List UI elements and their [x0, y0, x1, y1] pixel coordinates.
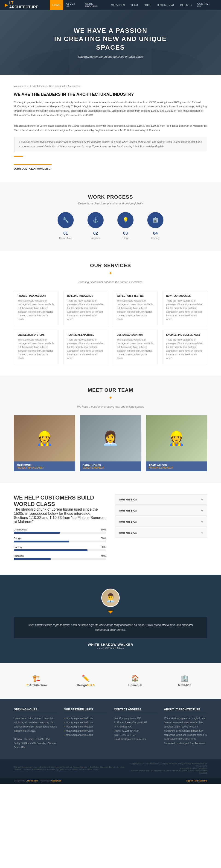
services-title: OUR SERVICES — [14, 262, 207, 269]
service-text-1: There are many variations of passages of… — [18, 299, 55, 321]
footer-company: Your Company Name JSC — [114, 716, 157, 720]
client-logo-1: 🏗️ LT Architecture — [23, 672, 49, 689]
intro-para2: The standard chunk of Lorem Ipsum used s… — [14, 124, 207, 132]
nav-contact[interactable]: CONTACT US — [194, 0, 216, 10]
client-logo-2: ✏️ DesignBUILD — [75, 672, 97, 689]
nav-skill[interactable]: SKILL — [141, 0, 153, 10]
team-photo-3: 👷 — [146, 415, 207, 461]
nav-clients[interactable]: CLIENTS — [178, 0, 194, 10]
process-step-2: ⚓ 02 Irrigation — [87, 212, 104, 240]
service-title-8: ENGINEERING CONSULTANCY — [166, 334, 203, 336]
accordion-plus-3: + — [201, 520, 203, 524]
service-text-3: There are many variations of passages of… — [117, 299, 154, 321]
accordion-header-4[interactable]: OUR MISSION + — [115, 528, 207, 537]
skills-section: WE HELP CUSTOMERS BUILD WORLD CLASS The … — [0, 483, 221, 575]
client-icon-4: 🏢 — [178, 675, 191, 682]
footer-fax: Fax: +1 223 334 4534 — [114, 733, 157, 737]
services-subtitle: Creating places that enhance the human e… — [14, 281, 207, 284]
footer-col-links: Our Partner Links http://yourpartnerlink… — [64, 708, 107, 750]
footer-hours-schedule: Monday - Thursday: 5:30AM - 6PM Friday: … — [14, 737, 57, 750]
service-card-5: ENGINEERED SYSTEMS There are many variat… — [14, 330, 59, 364]
intro-divider — [14, 156, 23, 157]
clients-grid: 🏗️ LT Architecture ✏️ DesignBUILD 🏠 Home… — [14, 672, 207, 689]
accordion-plus-1: + — [201, 497, 203, 502]
nav-about[interactable]: ABOUT US — [63, 0, 82, 10]
testimonial-box: Anim pariatur cliche reprehenderit, enim… — [14, 617, 207, 638]
nav-links: HOME ABOUT US WORK PROCESS SERVICES TEAM… — [50, 0, 216, 10]
client-icon-3: 🏠 — [128, 675, 142, 682]
service-text-5: There are many variations of passages of… — [18, 338, 55, 360]
footer-contact-title: Contact Address — [114, 708, 157, 713]
accordion-item-3[interactable]: OUR MISSION + — [115, 517, 207, 527]
testimonial-inner: 👨‍💼 Anim pariatur cliche reprehenderit, … — [14, 589, 207, 649]
nav-home[interactable]: HOME — [50, 0, 63, 10]
services-icon: ✦ — [14, 271, 207, 276]
footer-link-5[interactable]: http://yourpartnerlink5.com — [64, 733, 107, 737]
service-text-4: There are many variations of passages of… — [166, 299, 203, 321]
process-num-1: 01 — [58, 231, 74, 236]
skills-para: The standard chunk of Lorem Ipsum used s… — [14, 507, 106, 524]
skill-track-bridge — [14, 540, 106, 542]
footer-hours-text: Lorem ipsum dolor sit amet, consectetur … — [14, 716, 57, 733]
footer-links-title: Our Partner Links — [64, 708, 107, 713]
skill-fill-bridge — [14, 540, 69, 542]
footer-col-contact: Contact Address Your Company Name JSC 11… — [114, 708, 157, 750]
service-card-8: ENGINEERING CONSULTANCY There are many v… — [162, 330, 207, 364]
process-icon-4: 🏛️ — [147, 212, 163, 228]
skills-heading: WE HELP CUSTOMERS BUILD WORLD CLASS — [14, 494, 106, 507]
accordion-item-2[interactable]: OUR MISSION + — [115, 505, 207, 516]
footer-hours-title: Opening Hours — [14, 708, 57, 713]
service-text-2: There are many variations of passages of… — [67, 299, 104, 321]
nav-work-process[interactable]: WORK PROCESS — [82, 0, 108, 10]
footer-link-2[interactable]: http://yourpartnerlink2.com — [64, 720, 107, 725]
accordion-title-3: OUR MISSION — [119, 520, 137, 523]
services-grid: PROJECT MANAGEMENT There are many variat… — [14, 291, 207, 364]
skill-track-irrigation — [14, 558, 106, 560]
footer-link-1[interactable]: http://yourpartnerlink1.com — [64, 716, 107, 720]
footer-link-3[interactable]: http://yourpartnerlink3.com — [64, 725, 107, 729]
service-card-6: TECHNICAL EXPERTISE There are many varia… — [63, 330, 108, 364]
service-text-6: There are many variations of passages of… — [67, 338, 104, 360]
client-icon-1: 🏗️ — [26, 675, 47, 682]
team-role-3: PRINCIPAL ENGINEER — [148, 467, 205, 469]
service-card-7: CUSTOM AUTOMATION There are many variati… — [113, 330, 158, 364]
team-photo-1: 👷 — [14, 415, 75, 461]
footer-about-text: LT Architecture is premium single & clea… — [164, 716, 208, 745]
footer-city: 48 Chemnitz, GA — [114, 725, 157, 729]
accordion-title-1: OUR MISSION — [119, 498, 137, 501]
process-step-3: 💡 03 Bridge — [117, 212, 134, 240]
accordion-header-1[interactable]: OUR MISSION + — [115, 495, 207, 504]
logo: ▶ LT ARCHITECTURE — [5, 1, 43, 9]
skill-label-urban: Urban Area 50% — [14, 528, 106, 531]
client-logo-4: 🏢 M SPACE — [176, 672, 194, 689]
footer-email: Email: Info@yourcompany.com — [114, 737, 157, 741]
service-title-1: PROJECT MANAGEMENT — [18, 294, 55, 297]
footer-link-4[interactable]: http://yourpartnerlink4.com — [64, 729, 107, 733]
footer-copyright: Copyright © 2015 LTheme.com. All rights … — [129, 763, 207, 774]
mission-accordion: OUR MISSION + OUR MISSION + OUR MISSION … — [115, 494, 207, 538]
process-label-1: Urban Area — [58, 237, 74, 240]
nav-services[interactable]: SERVICES — [108, 0, 127, 10]
nav-team[interactable]: TEAM — [128, 0, 141, 10]
skills-left: WE HELP CUSTOMERS BUILD WORLD CLASS The … — [14, 494, 106, 563]
footer-links-list: http://yourpartnerlink1.com http://yourp… — [64, 716, 107, 737]
service-card-4: NEW TECHNOLOGIES There are many variatio… — [162, 291, 207, 325]
accordion-header-3[interactable]: OUR MISSION + — [115, 517, 207, 527]
process-num-3: 03 — [117, 231, 134, 236]
accordion-header-2[interactable]: OUR MISSION + — [115, 506, 207, 516]
team-name-2: SARAH JONES — [83, 464, 139, 467]
clients-section: 🏗️ LT Architecture ✏️ DesignBUILD 🏠 Home… — [0, 663, 221, 699]
process-num-2: 02 — [87, 231, 104, 236]
process-num-4: 04 — [147, 231, 163, 236]
nav-testimonial[interactable]: TESTIMONIAL — [154, 0, 178, 10]
service-title-5: ENGINEERED SYSTEMS — [18, 334, 55, 336]
team-title: MEET OUR TEAM — [14, 387, 207, 393]
footer-bottom: The Wordpress name is used under a limit… — [0, 759, 221, 778]
accordion-item-4[interactable]: OUR MISSION + — [115, 528, 207, 538]
team-name-1: JOHN SMITH — [16, 464, 73, 467]
skill-track-urban — [14, 532, 106, 534]
accordion-item-1[interactable]: OUR MISSION + — [115, 494, 207, 505]
process-icon-1: 🔧 — [58, 212, 74, 228]
testimonial-arrow — [108, 611, 113, 614]
testimonial-role: CEO/FOUNDER DEEL — [14, 647, 207, 649]
